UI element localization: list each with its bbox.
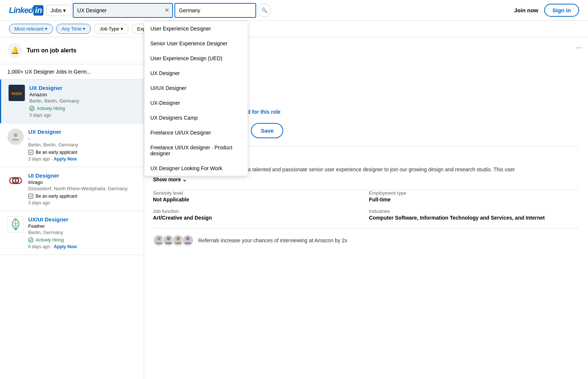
job-list-item[interactable]: UI Designer trivago Düsseldorf, North Rh… <box>0 167 144 211</box>
job-location: Berlin, Germany <box>28 230 136 235</box>
job-title: UX Designer <box>29 85 136 91</box>
autocomplete-item[interactable]: UX Designers Camp <box>144 110 248 125</box>
logo-text: Linked <box>9 6 33 15</box>
trivago-logo <box>7 172 24 189</box>
save-button[interactable]: Save <box>251 123 283 138</box>
job-list-item[interactable]: UX Designer - Berlin, Berlin, Germany Be… <box>0 123 144 167</box>
search-input[interactable] <box>74 7 172 13</box>
autocomplete-item[interactable]: UX Designer Looking For Work <box>144 161 248 176</box>
badge-label: Be an early applicant <box>36 150 77 155</box>
svg-text:amazon: amazon <box>12 91 22 95</box>
job-location: Berlin, Berlin, Germany <box>28 142 136 148</box>
clear-icon[interactable]: ✕ <box>164 7 169 14</box>
job-alerts-label: Turn on job alerts <box>27 47 76 54</box>
more-options-button[interactable]: ··· <box>576 43 582 52</box>
job-company: Feather <box>28 223 136 229</box>
anon-logo <box>7 129 24 145</box>
autocomplete-item[interactable]: Freelance UI/UX Designer <box>144 125 248 140</box>
badge-label: Actively Hiring <box>37 106 65 111</box>
employment-label: Employment type <box>369 190 579 196</box>
apply-now-link[interactable]: Apply Now <box>54 244 77 249</box>
actively-hiring-badge: Actively Hiring <box>29 106 136 111</box>
early-applicant-badge: Be an early applicant <box>28 194 136 199</box>
job-alerts-banner[interactable]: 🔔 Turn on job alerts <box>0 37 144 64</box>
bell-icon: 🔔 <box>7 43 22 58</box>
job-location: Düsseldorf, North Rhine-Westphalia, Germ… <box>28 186 136 191</box>
header: Linked in Jobs ▾ ✕ 🔍 Join now Sign in <box>0 0 588 21</box>
filters-bar: Most relevant ▾ Any Time ▾ Job Type ▾ Ex… <box>0 21 588 37</box>
seniority-label: Seniority level <box>153 190 363 196</box>
seniority-section: Seniority level Not Applicable <box>153 190 363 203</box>
job-title: UX Designer <box>28 129 136 135</box>
referral-avatars <box>153 234 194 246</box>
autocomplete-item[interactable]: UI/UX Designer <box>144 81 248 95</box>
job-details-grid: Seniority level Not Applicable Employmen… <box>144 190 588 228</box>
seniority-value: Not Applicable <box>153 197 363 203</box>
results-count: 1,000+ UX Designer Jobs in Germ... <box>0 64 144 80</box>
function-section: Job function Art/Creative and Design <box>153 208 363 221</box>
join-now-button[interactable]: Join now <box>514 7 538 13</box>
badge-label: Be an early applicant <box>36 194 77 199</box>
jobs-chevron-icon: ▾ <box>63 7 66 13</box>
svg-point-17 <box>186 237 189 240</box>
employment-value: Full-time <box>369 197 579 203</box>
search-input-wrapper: ✕ <box>73 3 173 18</box>
job-info: UX Designer Amazon Berlin, Berlin, Germa… <box>29 85 136 118</box>
job-list-item[interactable]: amazon UX Designer Amazon Berlin, Berlin… <box>0 80 144 123</box>
search-container: ✕ 🔍 <box>73 3 271 18</box>
job-title: UI Designer <box>28 172 136 179</box>
location-input-wrapper <box>174 3 256 18</box>
amazon-logo: amazon <box>9 85 25 101</box>
badge-label: Actively Hiring <box>36 237 64 243</box>
referral-section: Referrals increase your chances of inter… <box>144 229 588 252</box>
industries-value: Computer Software, Information Technolog… <box>369 215 579 221</box>
linkedin-logo[interactable]: Linked in <box>9 5 43 16</box>
svg-point-2 <box>14 133 17 137</box>
early-applicant-badge: Be an early applicant <box>28 150 136 155</box>
autocomplete-item[interactable]: UX Designer <box>144 66 248 81</box>
jobs-dropdown[interactable]: Jobs ▾ <box>46 5 71 16</box>
show-more-button[interactable]: Show more ⌄ <box>153 176 187 182</box>
apply-now-link[interactable]: Apply Now <box>54 156 77 162</box>
job-list-item[interactable]: UX/UI Designer Feather Berlin, Germany A… <box>0 211 144 255</box>
left-panel: 🔔 Turn on job alerts 1,000+ UX Designer … <box>0 37 144 379</box>
job-company: trivago <box>28 179 136 185</box>
industries-label: Industries <box>369 208 579 214</box>
employment-section: Employment type Full-time <box>369 190 579 203</box>
job-title: UX/UI Designer <box>28 216 136 223</box>
jobs-label: Jobs <box>50 7 62 13</box>
job-location: Berlin, Berlin, Germany <box>29 98 136 104</box>
svg-point-14 <box>157 237 160 240</box>
actively-hiring-badge: Actively Hiring <box>28 237 136 243</box>
feather-logo <box>7 216 24 233</box>
main-layout: 🔔 Turn on job alerts 1,000+ UX Designer … <box>0 37 588 379</box>
industries-section: Industries Computer Software, Informatio… <box>369 208 579 221</box>
svg-point-15 <box>167 237 170 240</box>
search-icon: 🔍 <box>261 7 268 13</box>
job-info: UX/UI Designer Feather Berlin, Germany A… <box>28 216 136 249</box>
job-info: UX Designer - Berlin, Berlin, Germany Be… <box>28 129 136 162</box>
job-company: - <box>28 136 136 141</box>
search-button[interactable]: 🔍 <box>258 4 271 17</box>
chevron-down-icon: ⌄ <box>182 176 187 182</box>
job-time: 3 days ago · Apply Now <box>28 156 136 162</box>
function-label: Job function <box>153 208 363 214</box>
autocomplete-item[interactable]: Senior User Experience Designer <box>144 36 248 51</box>
most-relevant-filter[interactable]: Most relevant ▾ <box>9 24 53 34</box>
autocomplete-item[interactable]: UX-Designer <box>144 95 248 110</box>
autocomplete-item[interactable]: User Experience Designer <box>144 21 248 36</box>
autocomplete-dropdown: User Experience Designer Senior User Exp… <box>144 21 248 176</box>
job-time: 3 days ago <box>29 113 136 118</box>
location-input[interactable] <box>179 7 252 13</box>
job-type-filter[interactable]: Job Type ▾ <box>94 24 128 34</box>
job-time: 6 days ago · Apply Now <box>28 244 136 249</box>
autocomplete-item[interactable]: User Experience Design (UED) <box>144 51 248 66</box>
autocomplete-item[interactable]: Freelance UI/UX designer · Product desig… <box>144 140 248 161</box>
job-company: Amazon <box>29 92 136 97</box>
job-info: UI Designer trivago Düsseldorf, North Rh… <box>28 172 136 205</box>
show-more-label: Show more <box>153 176 181 182</box>
svg-point-16 <box>176 237 180 240</box>
any-time-filter[interactable]: Any Time ▾ <box>56 24 91 34</box>
referral-text: Referrals increase your chances of inter… <box>198 237 347 243</box>
sign-in-button[interactable]: Sign in <box>544 4 579 17</box>
